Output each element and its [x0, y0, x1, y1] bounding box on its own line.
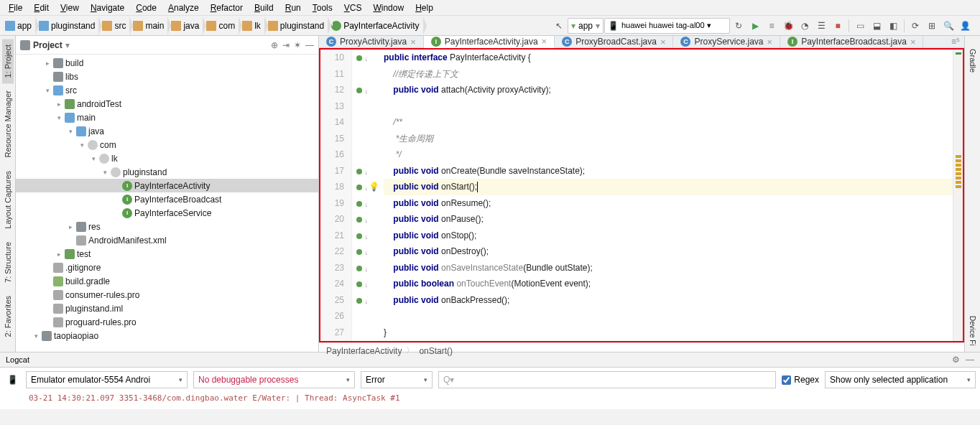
crumb-java[interactable]: java	[167, 19, 203, 32]
menu-window[interactable]: Window	[369, 1, 408, 14]
sync-icon[interactable]: ↻	[731, 18, 746, 34]
hide-icon[interactable]: —	[305, 40, 314, 50]
code-line-15[interactable]: *生命周期	[384, 131, 953, 147]
logcat-process-dropdown[interactable]: No debuggable processes▾	[193, 371, 355, 388]
code-line-20[interactable]: public void onPause();	[384, 211, 953, 228]
breadcrumb-class[interactable]: PayInterfaceActivity	[326, 346, 402, 356]
logcat-title[interactable]: Logcat	[6, 355, 29, 364]
tree-item-proguard-rules-pro[interactable]: proguard-rules.pro	[16, 315, 318, 329]
close-tab-icon[interactable]: ×	[910, 37, 916, 47]
tree-item-consumer-rules-pro[interactable]: consumer-rules.pro	[16, 288, 318, 302]
menu-navigate[interactable]: Navigate	[86, 1, 129, 14]
settings-icon[interactable]: ✶	[294, 40, 301, 50]
tree-item-lk[interactable]: ▾lk	[16, 151, 318, 165]
rail-layout-captures[interactable]: Layout Captures	[2, 165, 14, 235]
tree-item-test[interactable]: ▸test	[16, 247, 318, 261]
layout-inspector-icon[interactable]: ◧	[885, 18, 901, 34]
menu-file[interactable]: File	[4, 1, 27, 14]
close-tab-icon[interactable]: ×	[660, 37, 666, 47]
tab-proxyservice[interactable]: CProxyService.java×	[673, 36, 780, 47]
profile-icon[interactable]: ◔	[797, 18, 813, 34]
menu-edit[interactable]: Edit	[29, 1, 53, 14]
code-line-10[interactable]: public interface PayInterfaceActivity {	[384, 50, 953, 66]
close-tab-icon[interactable]: ×	[767, 37, 773, 47]
tab-proxybroadcast[interactable]: CProxyBroadCast.java×	[555, 36, 673, 47]
debug-icon[interactable]: 🐞	[780, 18, 796, 34]
regex-checkbox[interactable]: Regex	[782, 375, 819, 385]
code-line-22[interactable]: public void onDestroy();	[384, 243, 953, 260]
tree-item-androidmanifest-xml[interactable]: AndroidManifest.xml	[16, 233, 318, 247]
tree-item-java[interactable]: ▾java	[16, 124, 318, 138]
menu-code[interactable]: Code	[131, 1, 161, 14]
menu-build[interactable]: Build	[250, 1, 278, 14]
tab-payinterfacebroadcast[interactable]: IPayInterfaceBroadcast.java×	[780, 36, 923, 47]
tabs-list-icon[interactable]: ≡⁵	[951, 37, 960, 47]
tree-item--gitignore[interactable]: .gitignore	[16, 261, 318, 274]
run-config-dropdown[interactable]: ▾app▾	[568, 18, 604, 34]
tree-item-payinterfaceactivity[interactable]: IPayInterfaceActivity	[16, 179, 318, 192]
device-icon[interactable]: 📱	[4, 372, 20, 388]
structure-icon[interactable]: ⊞	[924, 18, 940, 34]
tree-item-build[interactable]: ▸build	[16, 56, 318, 70]
gradle-sync-icon[interactable]: ⟳	[907, 18, 923, 34]
gear-icon[interactable]: ⚙	[952, 355, 960, 365]
tree-item-libs[interactable]: libs	[16, 70, 318, 83]
user-icon[interactable]: 👤	[957, 18, 973, 34]
logcat-level-dropdown[interactable]: Error▾	[361, 371, 433, 388]
menu-refactor[interactable]: Refactor	[206, 1, 247, 14]
tree-item-androidtest[interactable]: ▸androidTest	[16, 97, 318, 111]
close-tab-icon[interactable]: ×	[542, 36, 547, 47]
rail-resource-manager[interactable]: Resource Manager	[2, 85, 14, 164]
tree-item-src[interactable]: ▾src	[16, 83, 318, 97]
code-line-13[interactable]	[384, 98, 953, 115]
tree-item-res[interactable]: ▸res	[16, 220, 318, 233]
close-tab-icon[interactable]: ×	[410, 37, 416, 47]
crumb-main[interactable]: main	[129, 19, 167, 32]
code-line-12[interactable]: public void attach(Activity proxyActivit…	[384, 82, 953, 98]
device-explorer-tab[interactable]: Device Fi	[967, 310, 978, 352]
code-line-24[interactable]: public boolean onTouchEvent(MotionEvent …	[384, 276, 953, 292]
sdk-icon[interactable]: ⬓	[869, 18, 884, 34]
code-line-19[interactable]: public void onResume();	[384, 195, 953, 212]
project-tree[interactable]: ▸buildlibs▾src▸androidTest▾main▾java▾com…	[16, 55, 318, 352]
code-line-23[interactable]: public void onSaveInstanceState(Bundle o…	[384, 260, 953, 276]
search-icon[interactable]: 🔍	[940, 18, 956, 34]
code-line-17[interactable]: public void onCreate(Bundle saveInstance…	[384, 163, 953, 179]
tree-item-payinterfaceservice[interactable]: IPayInterfaceService	[16, 206, 318, 220]
tree-item-pluginstand[interactable]: ▾pluginstand	[16, 165, 318, 179]
code-line-16[interactable]: */	[384, 146, 953, 163]
menu-tools[interactable]: Tools	[308, 1, 337, 14]
tree-item-taopiaopiao[interactable]: ▾taopiaopiao	[16, 329, 318, 342]
avd-icon[interactable]: ▭	[852, 18, 868, 34]
hide-icon[interactable]: —	[966, 355, 974, 365]
apply-changes-icon[interactable]: ≡	[764, 18, 780, 34]
code-line-26[interactable]	[384, 308, 953, 324]
attach-debugger-icon[interactable]: ☰	[813, 18, 829, 34]
menu-help[interactable]: Help	[411, 1, 438, 14]
logcat-device-dropdown[interactable]: Emulator emulator-5554 Androi▾	[26, 371, 188, 388]
crumb-app[interactable]: app	[1, 19, 35, 32]
stop-icon[interactable]: ■	[830, 18, 846, 34]
gradle-tab[interactable]: Gradle	[967, 43, 979, 78]
tree-item-main[interactable]: ▾main	[16, 111, 318, 124]
logcat-filter-dropdown[interactable]: Show only selected application▾	[825, 371, 976, 388]
crumb-pluginstand[interactable]: pluginstand	[35, 19, 98, 32]
tab-payinterfaceactivity[interactable]: IPayInterfaceActivity.java×	[424, 36, 555, 48]
rail-1-project[interactable]: 1: Project	[2, 39, 14, 83]
device-dropdown[interactable]: 📱huawei huawei tag-al00 ▾	[604, 18, 730, 34]
code-line-11[interactable]: //绑定传递上下文	[384, 66, 953, 83]
logcat-output[interactable]: 03-21 14:30:21.097 3351-3468/com.dingbao…	[0, 392, 980, 409]
tab-proxyactivity[interactable]: CProxyActivity.java×	[319, 36, 424, 47]
code-line-21[interactable]: public void onStop();	[384, 228, 953, 244]
back-nav-icon[interactable]: ↖	[551, 18, 567, 34]
menu-vcs[interactable]: VCS	[340, 1, 366, 14]
code-line-18[interactable]: public void onStart();	[384, 179, 953, 195]
crumb-com[interactable]: com	[203, 19, 239, 32]
rail-7-structure[interactable]: 7: Structure	[2, 236, 14, 289]
crumb-src[interactable]: src	[98, 19, 129, 32]
run-icon[interactable]: ▶	[747, 18, 763, 34]
target-icon[interactable]: ⊕	[271, 40, 278, 50]
code-content[interactable]: public interface PayInterfaceActivity { …	[381, 50, 953, 341]
tree-item-pluginstand-iml[interactable]: pluginstand.iml	[16, 302, 318, 315]
code-line-25[interactable]: public void onBackPressed();	[384, 292, 953, 309]
